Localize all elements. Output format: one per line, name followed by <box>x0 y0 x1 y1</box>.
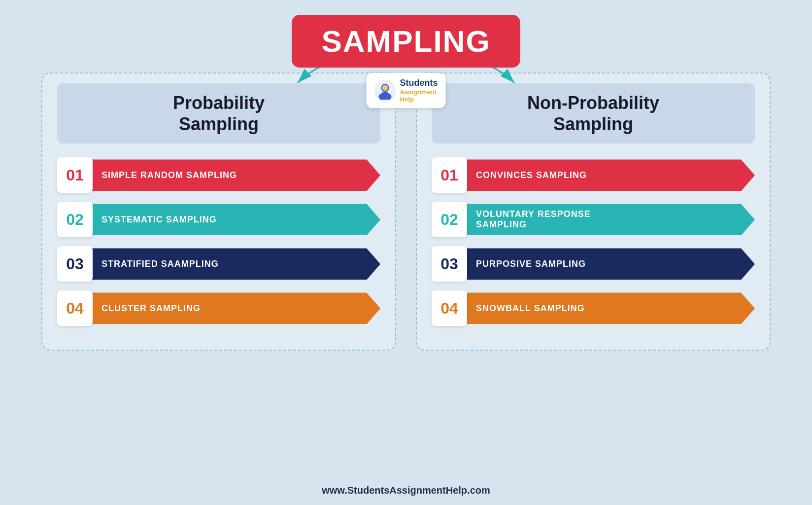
logo-assignment-text: Assignment <box>400 88 438 96</box>
right-number-1: 01 <box>432 157 467 193</box>
left-number-3: 03 <box>57 246 93 282</box>
left-item-3: 03 STRATIFIED SAAMPLING <box>57 246 380 282</box>
main-title: SAMPLING <box>292 15 520 68</box>
right-item-1: 01 CONVINCES SAMPLING <box>432 157 755 193</box>
right-panel: Non-ProbabilitySampling 01 CONVINCES SAM… <box>416 72 771 351</box>
left-label-1: SIMPLE RANDOM SAMPLING <box>90 159 380 191</box>
left-panel: ProbabilitySampling 01 SIMPLE RANDOM SAM… <box>41 72 396 351</box>
left-number-2: 02 <box>57 202 93 237</box>
left-label-2: SYSTEMATIC SAMPLING <box>90 204 380 235</box>
svg-point-4 <box>382 85 388 91</box>
right-item-4: 04 SNOWBALL SAMPLING <box>432 290 755 326</box>
right-number-4: 04 <box>432 290 467 326</box>
logo-text: Students Assignment Help <box>400 78 438 103</box>
left-label-4: CLUSTER SAMPLING <box>90 292 380 324</box>
svg-rect-5 <box>382 92 388 99</box>
right-item-2: 02 VOLUNTARY RESPONSESAMPLING <box>432 202 755 237</box>
right-item-3: 03 PURPOSIVE SAMPLING <box>432 246 755 282</box>
left-item-2: 02 SYSTEMATIC SAMPLING <box>57 202 380 237</box>
right-label-4: SNOWBALL SAMPLING <box>464 292 755 324</box>
logo-help-text: Help <box>400 96 438 103</box>
logo-badge: Students Assignment Help <box>366 73 445 108</box>
left-label-3: STRATIFIED SAAMPLING <box>90 248 380 280</box>
left-item-1: 01 SIMPLE RANDOM SAMPLING <box>57 157 380 193</box>
left-panel-title: ProbabilitySampling <box>67 92 371 135</box>
logo-avatar <box>374 80 396 102</box>
right-number-2: 02 <box>432 202 467 237</box>
right-label-2: VOLUNTARY RESPONSESAMPLING <box>464 204 755 235</box>
logo-students-text: Students <box>400 78 438 88</box>
right-panel-title: Non-ProbabilitySampling <box>441 92 745 135</box>
left-number-4: 04 <box>57 290 93 326</box>
columns-row: ProbabilitySampling 01 SIMPLE RANDOM SAM… <box>41 72 771 351</box>
right-label-1: CONVINCES SAMPLING <box>464 159 755 191</box>
main-container: SAMPLING Students Assignment <box>0 0 812 505</box>
left-number-1: 01 <box>57 157 93 193</box>
right-number-3: 03 <box>432 246 467 282</box>
footer-url: www.StudentsAssignmentHelp.com <box>322 485 490 496</box>
right-label-3: PURPOSIVE SAMPLING <box>464 248 755 280</box>
left-item-4: 04 CLUSTER SAMPLING <box>57 290 380 326</box>
